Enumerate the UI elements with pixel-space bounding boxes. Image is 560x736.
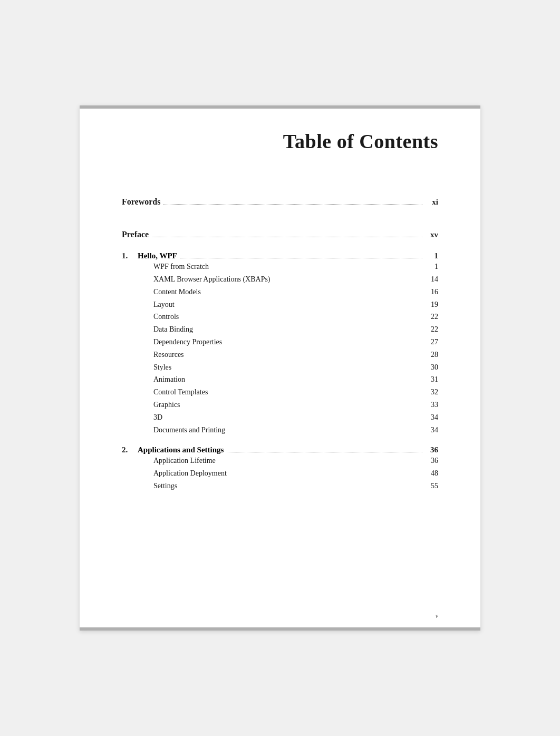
section-controls: Controls 22	[153, 311, 438, 323]
section-app-deployment: Application Deployment 48	[153, 467, 438, 480]
section-graphics: Graphics 33	[153, 399, 438, 411]
section-page: 22	[422, 311, 438, 323]
section-page: 16	[422, 286, 438, 298]
section-label: 3D	[153, 411, 162, 424]
section-page: 48	[422, 467, 438, 480]
section-page: 31	[422, 373, 438, 386]
preface-dots	[152, 237, 422, 237]
section-page: 34	[422, 424, 438, 437]
page-title: Table of Contents	[122, 130, 438, 153]
section-label: Styles	[153, 361, 171, 374]
chapter-1-num: 1.	[122, 251, 138, 260]
section-label: Controls	[153, 311, 179, 323]
page-footer-number: v	[436, 612, 438, 620]
section-layout: Layout 19	[153, 298, 438, 311]
section-content-models: Content Models 16	[153, 286, 438, 298]
toc-forewords: Forewords xi	[122, 195, 438, 209]
section-3d: 3D 34	[153, 411, 438, 424]
chapter-1: 1. Hello, WPF 1 WPF from Scratch 1 XAML …	[122, 251, 438, 436]
section-label: Application Lifetime	[153, 454, 216, 467]
section-page: 32	[422, 386, 438, 399]
section-settings: Settings 55	[153, 480, 438, 492]
section-page: 14	[422, 273, 438, 286]
section-data-binding: Data Binding 22	[153, 323, 438, 336]
chapter-2-sections: Application Lifetime 36 Application Depl…	[153, 454, 438, 492]
section-label: Animation	[153, 373, 185, 386]
forewords-page: xi	[426, 196, 438, 208]
preface-page: xv	[426, 228, 438, 241]
section-xaml-browser: XAML Browser Applications (XBAPs) 14	[153, 273, 438, 286]
chapter-2-dots	[227, 452, 422, 452]
chapter-1-row: 1. Hello, WPF 1	[122, 251, 438, 260]
section-app-lifetime: Application Lifetime 36	[153, 454, 438, 467]
section-animation: Animation 31	[153, 373, 438, 386]
chapter-1-page: 1	[426, 251, 438, 260]
section-resources: Resources 28	[153, 348, 438, 361]
forewords-label: Forewords	[122, 195, 160, 209]
section-label: Documents and Printing	[153, 424, 225, 437]
section-page: 55	[422, 480, 438, 492]
forewords-dots	[163, 204, 422, 205]
section-styles: Styles 30	[153, 361, 438, 374]
chapter-1-dots	[180, 258, 422, 258]
section-page: 22	[422, 323, 438, 336]
chapter-2-row: 2. Applications and Settings 36	[122, 446, 438, 454]
preface-label: Preface	[122, 228, 149, 241]
section-page: 33	[422, 399, 438, 411]
section-page: 28	[422, 348, 438, 361]
bottom-border	[80, 627, 480, 631]
chapter-1-sections: WPF from Scratch 1 XAML Browser Applicat…	[153, 260, 438, 436]
section-page: 19	[422, 298, 438, 311]
section-label: Layout	[153, 298, 175, 311]
chapter-2-num: 2.	[122, 446, 138, 454]
section-label: Dependency Properties	[153, 336, 222, 348]
section-label: WPF from Scratch	[153, 260, 209, 273]
section-label: Data Binding	[153, 323, 193, 336]
book-page: Table of Contents Forewords xi Preface x…	[80, 105, 480, 631]
section-page: 27	[422, 336, 438, 348]
section-control-templates: Control Templates 32	[153, 386, 438, 399]
toc-preface: Preface xv	[122, 228, 438, 241]
toc-content: Forewords xi Preface xv 1. Hello, WPF 1	[122, 195, 438, 492]
title-section: Table of Contents	[122, 130, 438, 153]
section-page: 1	[422, 260, 438, 273]
chapter-2: 2. Applications and Settings 36 Applicat…	[122, 446, 438, 492]
section-documents-printing: Documents and Printing 34	[153, 424, 438, 437]
section-wpf-from-scratch: WPF from Scratch 1	[153, 260, 438, 273]
section-page: 34	[422, 411, 438, 424]
section-page: 30	[422, 361, 438, 374]
section-label: XAML Browser Applications (XBAPs)	[153, 273, 271, 286]
section-label: Resources	[153, 348, 184, 361]
section-page: 36	[422, 454, 438, 467]
section-label: Application Deployment	[153, 467, 227, 480]
chapter-2-page: 36	[426, 446, 438, 454]
section-dependency-props: Dependency Properties 27	[153, 336, 438, 348]
section-label: Settings	[153, 480, 177, 492]
section-label: Graphics	[153, 399, 180, 411]
section-label: Control Templates	[153, 386, 208, 399]
chapter-1-title: Hello, WPF	[138, 251, 177, 260]
chapter-2-title: Applications and Settings	[138, 446, 224, 454]
section-label: Content Models	[153, 286, 201, 298]
